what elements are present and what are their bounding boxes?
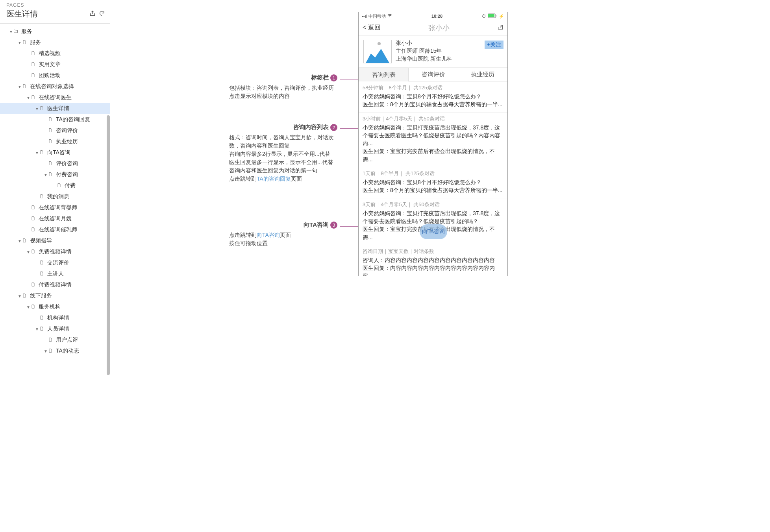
- canvas: 标签栏1 包括模块：咨询列表，咨询评价，执业经历 点击显示对应模块的内容 咨询内…: [110, 0, 770, 532]
- chevron-down-icon[interactable]: ▼: [43, 173, 48, 177]
- tree-item[interactable]: ▼TA的咨询回复: [0, 114, 110, 125]
- tree-item-label: 服务: [30, 39, 41, 46]
- list-item[interactable]: 58分钟前｜8个半月｜ 共125条对话小突然妈妈咨询：宝贝8个月不好好吃饭怎么办…: [359, 81, 507, 113]
- item-meta: 58分钟前｜8个半月｜ 共125条对话: [363, 84, 503, 91]
- tree-item-label: 在线咨询医生: [39, 94, 72, 101]
- consult-ta-button[interactable]: 向TA咨询: [420, 224, 447, 239]
- chevron-down-icon[interactable]: ▼: [35, 107, 39, 111]
- tree-item[interactable]: ▼执业经历: [0, 136, 110, 147]
- tree-item[interactable]: ▼TA的动态: [0, 345, 110, 357]
- chevron-down-icon[interactable]: ▼: [43, 349, 48, 353]
- page-icon: [39, 326, 45, 332]
- tree-item-label: 服务: [21, 28, 32, 35]
- tree-item[interactable]: ▼免费视频详情: [0, 246, 110, 257]
- tree-item[interactable]: ▼付费: [0, 180, 110, 191]
- svg-rect-2: [496, 15, 496, 17]
- tree-item[interactable]: ▼在线咨询对象选择: [0, 81, 110, 92]
- avatar: [363, 40, 392, 63]
- list-item[interactable]: 咨询日期｜宝宝天数｜对话条数咨询人：内容内容内容内容内容内容内容内容内容内容医生…: [359, 245, 507, 276]
- tab-career[interactable]: 执业经历: [458, 68, 507, 81]
- chevron-down-icon[interactable]: ▼: [35, 151, 39, 155]
- tree-item-label: 评价咨询: [56, 160, 78, 167]
- tree-item[interactable]: ▼主讲人: [0, 268, 110, 279]
- tree-item[interactable]: ▼在线咨询催乳师: [0, 224, 110, 235]
- annotation-2-link[interactable]: TA的咨询回复: [257, 175, 291, 182]
- tree-item[interactable]: ▼实用文章: [0, 59, 110, 70]
- item-meta: 3小时前｜4个月零5天｜ 共50条对话: [363, 115, 503, 122]
- annotation-line-1: [340, 79, 359, 79]
- list-item[interactable]: 3小时前｜4个月零5天｜ 共50条对话小突然妈妈咨询：宝贝打完疫苗后出现低烧，3…: [359, 113, 507, 167]
- annotation-3-link[interactable]: 向TA咨询: [257, 232, 280, 238]
- tree-item[interactable]: ▼视频指导: [0, 235, 110, 246]
- tree-item-label: 精选视频: [39, 50, 61, 57]
- list-item[interactable]: 1天前｜8个半月｜ 共125条对话小突然妈妈咨询：宝贝8个月不好好吃饭怎么办？医…: [359, 167, 507, 198]
- tree-item[interactable]: ▼服务: [0, 26, 110, 37]
- tree-item-label: 机构详情: [47, 314, 69, 321]
- back-button[interactable]: < 返回: [363, 24, 381, 32]
- chevron-down-icon[interactable]: ▼: [26, 250, 31, 254]
- export-icon[interactable]: [89, 10, 96, 18]
- page-icon: [31, 94, 36, 101]
- item-reply: 医生回复：8个月的宝贝的辅食占据每天营养所需的一半...: [363, 100, 503, 108]
- page-icon: [22, 39, 28, 46]
- page-icon: [39, 271, 45, 277]
- tree-item[interactable]: ▼精选视频: [0, 48, 110, 59]
- tree-item-label: 付费咨询: [56, 171, 78, 178]
- tab-consult-review[interactable]: 咨询评价: [409, 68, 458, 81]
- tree-item[interactable]: ▼我的消息: [0, 191, 110, 202]
- tree-item-label: 人员详情: [47, 325, 69, 332]
- tree-item-label: 向TA咨询: [47, 149, 70, 156]
- chevron-down-icon[interactable]: ▼: [17, 41, 22, 45]
- tree-item-label: 视频指导: [30, 237, 52, 244]
- tree-item-label: 在线咨询月嫂: [39, 215, 72, 222]
- tree-item[interactable]: ▼用户点评: [0, 334, 110, 345]
- page-icon: [31, 227, 36, 233]
- tree-item[interactable]: ▼服务机构: [0, 301, 110, 312]
- nav-bar: < 返回 张小小: [359, 20, 507, 36]
- item-reply: 医生回复：8个月的宝贝的辅食占据每天营养所需的一半...: [363, 186, 503, 194]
- tree-item-label: 主讲人: [47, 270, 64, 277]
- page-icon: [39, 260, 45, 266]
- chevron-down-icon[interactable]: ▼: [9, 30, 13, 34]
- chevron-down-icon[interactable]: ▼: [17, 85, 22, 89]
- tree-item[interactable]: ▼付费视频详情: [0, 279, 110, 290]
- tree-item[interactable]: ▼评价咨询: [0, 158, 110, 169]
- status-bar: ••ıl 中国移动 18:28 ⏱ ⚡: [359, 12, 507, 20]
- tree-item[interactable]: ▼在线咨询月嫂: [0, 213, 110, 224]
- tree-item[interactable]: ▼交流评价: [0, 257, 110, 268]
- tree-item[interactable]: ▼付费咨询: [0, 169, 110, 180]
- tab-consult-list[interactable]: 咨询列表: [359, 68, 409, 81]
- chevron-down-icon[interactable]: ▼: [35, 327, 39, 331]
- tree-item[interactable]: ▼向TA咨询: [0, 147, 110, 158]
- tree-item-label: TA的动态: [56, 347, 79, 355]
- chevron-down-icon[interactable]: ▼: [17, 239, 22, 243]
- annotation-2: 咨询内容列表2 格式：咨询时间，咨询人宝宝月龄，对话次数，咨询内容和医生回复 咨…: [229, 124, 337, 183]
- tree-item[interactable]: ▼机构详情: [0, 312, 110, 323]
- tree-item[interactable]: ▼在线咨询育婴师: [0, 202, 110, 213]
- annotation-3: 向TA咨询3 点击跳转到向TA咨询页面 按住可拖动位置: [229, 221, 337, 248]
- item-meta: 咨询日期｜宝宝天数｜对话条数: [363, 248, 503, 255]
- chevron-down-icon[interactable]: ▼: [26, 305, 31, 309]
- tree-item-label: 在线咨询育婴师: [39, 204, 77, 211]
- page-tree: ▼服务▼服务▼精选视频▼实用文章▼团购活动▼在线咨询对象选择▼在线咨询医生▼医生…: [0, 24, 110, 532]
- tree-item[interactable]: ▼服务: [0, 37, 110, 48]
- tree-item[interactable]: ▼人员详情: [0, 323, 110, 334]
- chevron-down-icon[interactable]: ▼: [17, 294, 22, 298]
- item-question: 小突然妈妈咨询：宝贝8个月不好好吃饭怎么办？: [363, 92, 503, 100]
- page-icon: [39, 315, 45, 321]
- tree-item[interactable]: ▼医生详情: [0, 103, 110, 114]
- page-icon: [39, 105, 45, 112]
- follow-button[interactable]: +关注: [485, 41, 503, 49]
- page-icon: [31, 249, 36, 255]
- page-icon: [31, 61, 36, 68]
- share-icon[interactable]: [497, 24, 503, 31]
- tree-item[interactable]: ▼团购活动: [0, 70, 110, 81]
- refresh-icon[interactable]: [99, 10, 105, 18]
- page-icon: [48, 172, 54, 178]
- tree-item[interactable]: ▼咨询评价: [0, 125, 110, 136]
- page-icon: [39, 150, 45, 156]
- tree-item[interactable]: ▼在线咨询医生: [0, 92, 110, 103]
- tree-item[interactable]: ▼线下服务: [0, 290, 110, 301]
- chevron-down-icon[interactable]: ▼: [26, 96, 31, 100]
- page-icon: [48, 127, 54, 134]
